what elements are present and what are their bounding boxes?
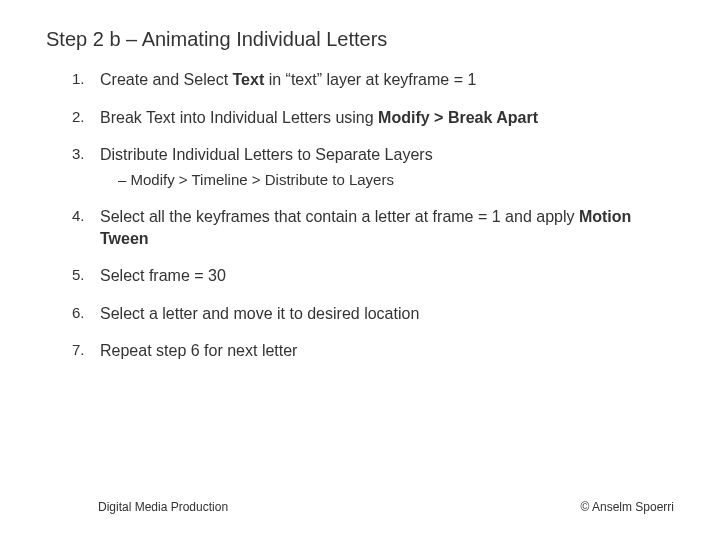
step-item: 1.Create and Select Text in “text” layer… [72, 69, 680, 91]
step-item: 6.Select a letter and move it to desired… [72, 303, 680, 325]
footer-right: © Anselm Spoerri [580, 500, 674, 514]
step-text: Repeat step 6 for next letter [100, 342, 297, 359]
footer: Digital Media Production © Anselm Spoerr… [0, 500, 720, 514]
slide: Step 2 b – Animating Individual Letters … [0, 0, 720, 540]
step-number: 6. [72, 303, 85, 323]
step-item: 4.Select all the keyframes that contain … [72, 206, 680, 249]
steps-list: 1.Create and Select Text in “text” layer… [46, 69, 680, 362]
step-text: Create and Select Text in “text” layer a… [100, 71, 476, 88]
step-item: 2.Break Text into Individual Letters usi… [72, 107, 680, 129]
step-text: Distribute Individual Letters to Separat… [100, 146, 433, 163]
step-text: Select frame = 30 [100, 267, 226, 284]
step-item: 7.Repeat step 6 for next letter [72, 340, 680, 362]
step-number: 7. [72, 340, 85, 360]
step-text: Select all the keyframes that contain a … [100, 208, 631, 247]
step-text: Break Text into Individual Letters using… [100, 109, 538, 126]
step-text: Select a letter and move it to desired l… [100, 305, 419, 322]
step-number: 3. [72, 144, 85, 164]
step-number: 2. [72, 107, 85, 127]
footer-left: Digital Media Production [98, 500, 228, 514]
step-item: 5.Select frame = 30 [72, 265, 680, 287]
step-subtext: – Modify > Timeline > Distribute to Laye… [100, 170, 680, 190]
step-item: 3.Distribute Individual Letters to Separ… [72, 144, 680, 190]
step-number: 1. [72, 69, 85, 89]
step-number: 5. [72, 265, 85, 285]
slide-title: Step 2 b – Animating Individual Letters [46, 28, 680, 51]
step-number: 4. [72, 206, 85, 226]
